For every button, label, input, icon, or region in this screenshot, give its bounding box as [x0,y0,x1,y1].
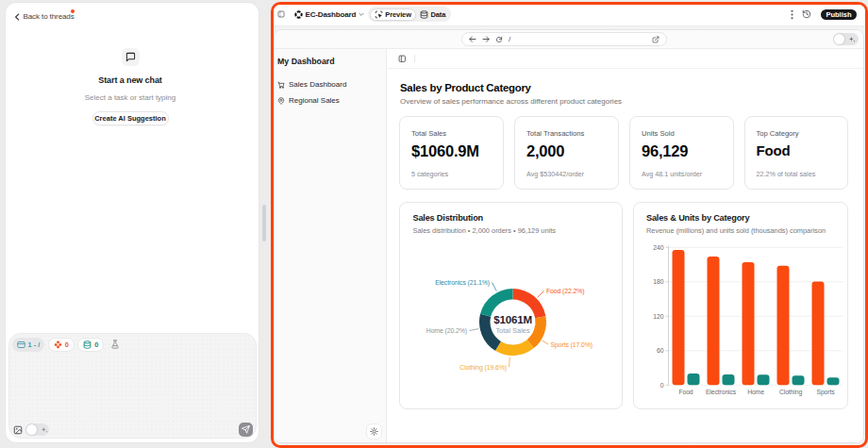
donut-label-line [542,340,548,344]
sidebar-item-regional-sales[interactable]: Regional Sales [276,93,382,108]
create-ai-suggestion-button[interactable]: Create AI Suggestion [92,111,169,125]
project-name: EC-Dashboard [306,10,357,19]
y-tick-label: 240 [653,243,664,250]
url-path[interactable]: / [509,35,646,43]
dashboard-sidebar-heading: My Dashboard [277,57,335,66]
message-square-icon [125,52,136,62]
bar-revenue-millions--sports[interactable] [811,281,824,385]
y-tick-label: 120 [653,312,664,319]
y-tick-label: 60 [656,347,663,354]
toggle-knob [834,34,844,44]
project-selector[interactable]: EC-Dashboard [294,10,365,19]
chevron-down-icon [359,12,364,17]
bar-units-sold-thousands--clothing[interactable] [792,375,804,385]
bar-units-sold-thousands--sports[interactable] [826,377,839,385]
x-category-label: Food [678,389,693,395]
app-root: Back to threads Start a new chat Select … [0,0,868,448]
header-divider [414,55,415,62]
bar-units-sold-thousands--home[interactable] [757,374,769,385]
refresh-icon[interactable] [495,36,503,43]
external-link-icon[interactable] [652,36,659,43]
stat-value: Food [757,142,837,158]
donut-center-label: Total Sales [495,326,529,335]
dashboard-sidebar-toggle[interactable] [398,55,407,63]
kebab-menu-icon [791,9,793,20]
browser-url-row: / [275,30,863,50]
donut-slice-label: Home (20.2%) [426,327,467,335]
bar-chart-svg[interactable]: 060120180240FoodElectronicsHomeClothingS… [634,203,849,409]
chat-composer[interactable]: 1 - / 0 [8,333,258,439]
preview-frame: EC-Dashboard [271,2,868,448]
preview-frame-inner: EC-Dashboard [274,5,865,445]
preview-ai-toggle[interactable] [833,33,859,45]
donut-slice-label: Clothing (19.6%) [459,363,507,371]
chevron-left-icon [14,13,20,21]
attach-image-button[interactable] [13,425,23,435]
donut-label-line [470,328,479,330]
tab-preview[interactable]: Preview [370,8,416,21]
url-bar[interactable]: / [461,32,667,47]
x-category-label: Sports [816,389,835,396]
theme-toggle-button[interactable] [366,423,382,440]
sidebar-item-label: Sales Dashboard [289,80,346,89]
publish-button[interactable]: Publish [821,9,857,21]
donut-center-value: $1061M [493,312,532,324]
stat-sub: 22.2% of total sales [757,170,816,178]
stat-sub: 5 categories [411,170,448,178]
y-tick-label: 180 [653,278,664,285]
back-to-threads-link[interactable]: Back to threads [14,11,75,23]
notification-dot [71,9,75,13]
chat-panel: Back to threads Start a new chat Select … [5,2,259,443]
stat-label: Units Sold [642,129,722,138]
more-options-button[interactable] [791,9,793,20]
bar-revenue-millions--electronics[interactable] [707,257,719,385]
send-icon [242,425,250,434]
history-icon [802,9,811,19]
toolbar-left: EC-Dashboard [277,7,451,22]
tab-data-label: Data [430,10,445,19]
stat-card-total-transactions: Total Transactions 2,000 Avg $530442/ord… [514,116,619,190]
map-pin-icon [277,97,285,105]
nav-back-icon[interactable] [469,36,476,42]
donut-slice-label: Sports (17.0%) [551,340,593,348]
panel-resize-handle[interactable] [262,205,266,241]
bar-units-sold-thousands--food[interactable] [687,373,699,385]
view-mode-tabs: Preview Data [368,7,451,22]
empty-state-title: Start a new chat [4,75,257,85]
shopping-cart-icon [277,81,285,89]
nav-forward-icon[interactable] [482,36,490,42]
dashboard-app: My Dashboard Sales Dashboard [275,49,863,443]
preview-toolbar: EC-Dashboard [274,5,865,26]
tab-data[interactable]: Data [416,8,449,21]
stat-label: Total Transactions [526,129,607,138]
panel-left-icon [398,55,407,63]
database-tab-icon [420,10,428,19]
x-category-label: Home [747,389,764,395]
stat-sub: Avg $530442/order [526,170,584,178]
stat-card-total-sales: Total Sales $1060.9M 5 categories [399,116,504,190]
dashboard-header [387,49,864,69]
page-subtitle: Overview of sales performance across dif… [400,97,622,106]
bar-revenue-millions--clothing[interactable] [776,265,789,384]
dashboard-main: Sales by Product Category Overview of sa… [387,49,864,443]
send-button[interactable] [239,423,254,437]
history-button[interactable] [802,9,811,19]
bar-revenue-millions--food[interactable] [672,250,684,385]
dashboard-sidebar: My Dashboard Sales Dashboard [275,49,387,443]
sidebar-toggle-button[interactable] [277,10,285,18]
stat-card-units-sold: Units Sold 96,129 Avg 48.1 units/order [629,116,734,190]
page-title: Sales by Product Category [400,82,531,93]
donut-slice-label: Food (22.2%) [546,288,585,295]
tab-preview-label: Preview [385,10,411,19]
stat-value: 96,129 [642,142,722,160]
sidebar-item-sales-dashboard[interactable]: Sales Dashboard [276,77,382,91]
ai-mode-toggle[interactable] [25,423,49,436]
bar-revenue-millions--home[interactable] [742,261,754,384]
donut-label-line [509,357,510,367]
bar-units-sold-thousands--electronics[interactable] [722,373,734,384]
donut-slice-clothing[interactable] [495,340,534,356]
x-category-label: Clothing [778,389,801,396]
sun-icon [370,427,378,436]
stat-card-top-category: Top Category Food 22.2% of total sales [744,116,849,190]
donut-chart-svg[interactable]: Food (22.2%)Sports (17.0%)Clothing (19.6… [400,203,623,409]
